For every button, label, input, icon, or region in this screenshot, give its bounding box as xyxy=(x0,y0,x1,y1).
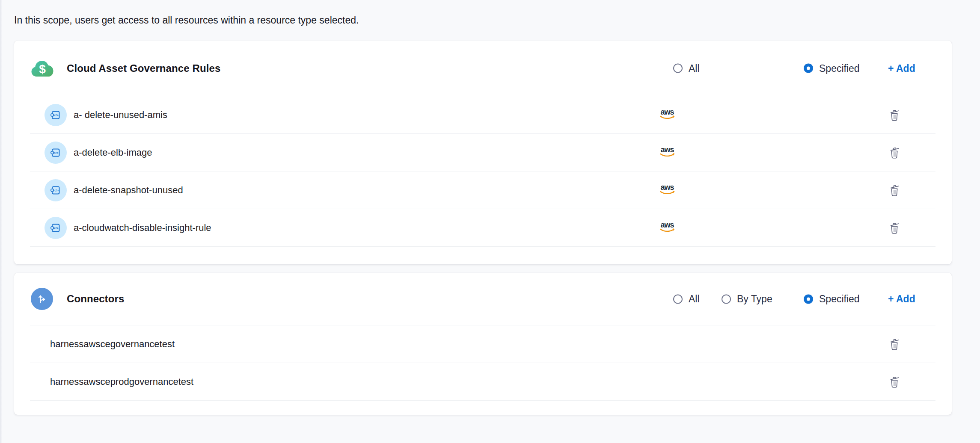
svg-text:</>: </> xyxy=(53,151,59,155)
governance-card-title: Cloud Asset Governance Rules xyxy=(67,62,220,74)
svg-text:</>: </> xyxy=(53,226,59,230)
trash-icon xyxy=(889,338,900,351)
connectors-card-title: Connectors xyxy=(67,293,124,305)
connectors-radio-option-specified[interactable]: Specified xyxy=(804,293,860,305)
delete-rule-button[interactable] xyxy=(887,183,902,198)
radio-unselected-icon[interactable] xyxy=(673,64,683,73)
svg-text:$: $ xyxy=(39,62,46,76)
delete-connector-button[interactable] xyxy=(887,337,902,351)
rule-row: </> a-cloudwatch-disable-insight-rule aw… xyxy=(14,209,952,246)
rule-name: a-delete-elb-image xyxy=(74,147,152,158)
governance-radio-option-specified[interactable]: Specified xyxy=(804,62,860,74)
cloud-dollar-icon: $ xyxy=(30,59,55,78)
connectors-radio-option-all[interactable]: All xyxy=(673,293,700,305)
trash-icon xyxy=(889,222,900,234)
governance-rule-icon: </> xyxy=(45,217,67,239)
radio-label-all: All xyxy=(689,62,700,74)
radio-label-by-type: By Type xyxy=(737,293,772,305)
row-divider xyxy=(30,246,935,247)
rule-row: </> a- delete-unused-amis aws xyxy=(14,96,952,133)
delete-connector-button[interactable] xyxy=(887,375,902,389)
radio-selected-icon[interactable] xyxy=(804,294,813,304)
connector-branch-icon xyxy=(31,288,53,310)
radio-label-specified: Specified xyxy=(819,62,860,74)
connector-name: harnessawscegovernancetest xyxy=(50,339,175,350)
governance-card-header: $ Cloud Asset Governance Rules All Speci… xyxy=(14,41,952,96)
aws-logo-icon: aws xyxy=(659,183,675,197)
scope-description: In this scope, users get access to all r… xyxy=(14,15,359,26)
delete-rule-button[interactable] xyxy=(887,108,902,122)
radio-label-specified: Specified xyxy=(819,293,860,305)
delete-rule-button[interactable] xyxy=(887,221,902,235)
aws-logo-icon: aws xyxy=(659,145,675,159)
rule-name: a-delete-snapshot-unused xyxy=(74,185,183,196)
svg-text:aws: aws xyxy=(660,183,674,191)
aws-logo-icon: aws xyxy=(659,108,675,122)
row-divider xyxy=(30,400,935,401)
connectors-card-header: Connectors All By Type Specified + Add xyxy=(14,273,952,325)
rule-name: a- delete-unused-amis xyxy=(74,109,167,121)
radio-unselected-icon[interactable] xyxy=(673,294,683,304)
delete-rule-button[interactable] xyxy=(887,145,902,160)
governance-add-button[interactable]: + Add xyxy=(888,62,915,74)
governance-rules-card: $ Cloud Asset Governance Rules All Speci… xyxy=(14,41,952,264)
connectors-radio-option-by-type[interactable]: By Type xyxy=(722,293,772,305)
svg-text:</>: </> xyxy=(53,113,59,117)
governance-rule-icon: </> xyxy=(45,104,67,126)
connector-row: harnessawsceprodgovernancetest xyxy=(14,363,952,400)
governance-rule-icon: </> xyxy=(45,142,67,164)
trash-icon xyxy=(889,375,900,388)
connector-name: harnessawsceprodgovernancetest xyxy=(50,376,193,387)
svg-text:</>: </> xyxy=(53,189,59,192)
connectors-card: Connectors All By Type Specified + Add h… xyxy=(14,273,952,415)
connector-row: harnessawscegovernancetest xyxy=(14,325,952,363)
trash-icon xyxy=(889,146,900,159)
trash-icon xyxy=(889,109,900,121)
aws-logo-icon: aws xyxy=(659,221,675,235)
svg-text:aws: aws xyxy=(660,221,674,229)
radio-unselected-icon[interactable] xyxy=(722,294,731,304)
rule-row: </> a-delete-snapshot-unused aws xyxy=(14,171,952,209)
governance-rule-icon: </> xyxy=(45,179,67,201)
svg-text:aws: aws xyxy=(660,145,674,154)
radio-label-all: All xyxy=(689,293,700,305)
rule-name: a-cloudwatch-disable-insight-rule xyxy=(74,222,211,233)
trash-icon xyxy=(889,184,900,197)
rule-row: </> a-delete-elb-image aws xyxy=(14,134,952,171)
radio-selected-icon[interactable] xyxy=(804,64,813,73)
governance-radio-option-all[interactable]: All xyxy=(673,62,700,74)
connectors-add-button[interactable]: + Add xyxy=(888,293,915,305)
svg-text:aws: aws xyxy=(660,108,674,116)
